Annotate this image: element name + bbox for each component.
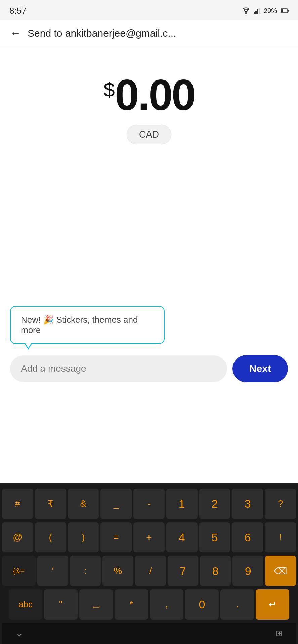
- amount-value: 0.00: [115, 73, 195, 117]
- keyboard-row-4: abc " ⎵ * , 0 . ↵: [2, 589, 296, 620]
- key-quote[interactable]: ": [44, 589, 78, 620]
- key-backspace[interactable]: ⌫: [265, 556, 296, 586]
- keyboard-row-2: @ ( ) = + 4 5 6 !: [2, 522, 296, 552]
- key-plus[interactable]: +: [133, 522, 165, 552]
- key-exclamation[interactable]: !: [265, 522, 296, 552]
- amount-display: $ 0.00: [103, 73, 194, 117]
- next-button[interactable]: Next: [232, 355, 288, 382]
- key-abc[interactable]: abc: [9, 589, 42, 620]
- svg-point-0: [245, 13, 247, 14]
- keyboard-bottom-bar: ⌄ ⊞: [2, 623, 296, 644]
- key-open-paren[interactable]: (: [35, 522, 66, 552]
- key-symbols[interactable]: {&=: [2, 556, 36, 586]
- key-hash[interactable]: #: [2, 489, 33, 519]
- key-rupee[interactable]: ₹: [35, 489, 66, 519]
- key-9[interactable]: 9: [232, 556, 263, 586]
- svg-rect-7: [288, 10, 289, 12]
- key-3[interactable]: 3: [232, 489, 263, 519]
- key-underscore[interactable]: _: [100, 489, 132, 519]
- key-minus[interactable]: -: [133, 489, 165, 519]
- currency-badge[interactable]: CAD: [127, 125, 171, 144]
- status-icons: 29%: [242, 7, 289, 15]
- svg-rect-1: [254, 12, 255, 14]
- key-apostrophe[interactable]: ': [37, 556, 68, 586]
- key-space[interactable]: ⎵: [79, 589, 113, 620]
- key-4[interactable]: 4: [166, 522, 198, 552]
- message-input[interactable]: [10, 355, 227, 382]
- bottom-area: New! 🎉 Stickers, themes and more Next: [0, 306, 298, 382]
- key-slash[interactable]: /: [135, 556, 166, 586]
- key-7[interactable]: 7: [168, 556, 199, 586]
- keyboard-grid-icon[interactable]: ⊞: [276, 629, 283, 638]
- battery-icon: [281, 8, 289, 13]
- key-period[interactable]: .: [220, 589, 254, 620]
- key-comma[interactable]: ,: [150, 589, 183, 620]
- amount-section: $ 0.00 CAD: [0, 46, 298, 158]
- key-8[interactable]: 8: [200, 556, 231, 586]
- input-row: Next: [10, 355, 288, 382]
- key-1[interactable]: 1: [166, 489, 198, 519]
- key-equals[interactable]: =: [100, 522, 132, 552]
- tooltip-bubble: New! 🎉 Stickers, themes and more: [10, 306, 165, 344]
- header-title: Send to ankitbanerjee@gmail.c...: [28, 28, 176, 39]
- svg-rect-3: [257, 9, 258, 14]
- status-time: 8:57: [9, 6, 27, 16]
- header: ← Send to ankitbanerjee@gmail.c...: [0, 20, 298, 46]
- svg-rect-6: [281, 9, 283, 12]
- status-bar: 8:57 29%: [0, 0, 298, 20]
- key-close-paren[interactable]: ): [68, 522, 99, 552]
- wifi-icon: [242, 7, 250, 14]
- keyboard-hide-button[interactable]: ⌄: [15, 628, 23, 639]
- key-5[interactable]: 5: [199, 522, 230, 552]
- back-button[interactable]: ←: [10, 27, 21, 39]
- svg-rect-4: [259, 8, 260, 14]
- keyboard: # ₹ & _ - 1 2 3 ? @ ( ) = + 4 5 6 ! {&= …: [0, 483, 298, 644]
- svg-rect-2: [255, 11, 257, 14]
- dollar-sign: $: [103, 80, 115, 100]
- key-2[interactable]: 2: [199, 489, 230, 519]
- key-6[interactable]: 6: [232, 522, 263, 552]
- keyboard-row-3: {&= ' : % / 7 8 9 ⌫: [2, 556, 296, 586]
- key-asterisk[interactable]: *: [115, 589, 148, 620]
- key-ampersand[interactable]: &: [68, 489, 99, 519]
- key-question[interactable]: ?: [265, 489, 296, 519]
- keyboard-row-1: # ₹ & _ - 1 2 3 ?: [2, 489, 296, 519]
- key-colon[interactable]: :: [70, 556, 101, 586]
- battery-text: 29%: [264, 7, 277, 15]
- key-percent[interactable]: %: [102, 556, 133, 586]
- key-at[interactable]: @: [2, 522, 33, 552]
- key-enter[interactable]: ↵: [256, 589, 289, 620]
- key-0[interactable]: 0: [185, 589, 219, 620]
- signal-icon: [254, 7, 260, 14]
